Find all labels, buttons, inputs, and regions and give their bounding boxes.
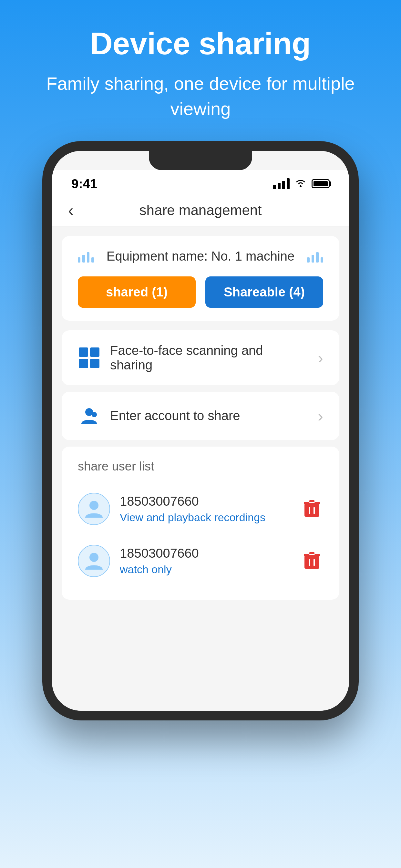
nav-title: share management <box>88 202 313 218</box>
shareable-tab-button[interactable]: Shareable (4) <box>205 276 323 308</box>
face-scan-chevron: › <box>318 348 323 367</box>
user-info-1: 18503007660 View and playback recordings <box>120 494 291 524</box>
svg-point-9 <box>89 553 98 562</box>
battery-icon <box>312 179 330 188</box>
signal-bar-3 <box>282 181 285 189</box>
user-permission-2: watch only <box>120 563 291 576</box>
delete-user-1-button[interactable] <box>301 498 323 520</box>
equipment-name-row: Equipment name: No. 1 machine <box>78 249 323 264</box>
signal-deco-right <box>307 250 323 262</box>
signal-bar-2 <box>278 183 281 189</box>
svg-point-3 <box>89 501 98 510</box>
signal-bar-4 <box>287 178 289 189</box>
trash-icon-2 <box>304 552 320 570</box>
status-icons <box>273 178 330 190</box>
content-area: Equipment name: No. 1 machine shared (1)… <box>52 226 349 711</box>
enter-account-card: Enter account to share › <box>62 392 339 440</box>
avatar-icon-2 <box>83 550 105 572</box>
svg-rect-11 <box>309 559 310 566</box>
svg-rect-8 <box>309 500 315 502</box>
delete-user-2-button[interactable] <box>301 550 323 572</box>
user-item-1: 18503007660 View and playback recordings <box>78 483 323 535</box>
svg-rect-10 <box>305 556 319 569</box>
page-title: Device sharing <box>90 26 311 61</box>
svg-rect-4 <box>305 504 319 517</box>
avatar-icon-1 <box>83 498 105 520</box>
page-subtitle: Family sharing, one device for multiple … <box>0 71 401 122</box>
equipment-name: Equipment name: No. 1 machine <box>100 249 301 264</box>
user-phone-1: 18503007660 <box>120 494 291 508</box>
face-scan-card: Face-to-face scanning and sharing › <box>62 330 339 385</box>
phone-notch <box>149 151 252 170</box>
svg-rect-12 <box>313 559 315 566</box>
user-info-2: 18503007660 watch only <box>120 546 291 576</box>
back-button[interactable]: ‹ <box>68 201 88 220</box>
nav-bar: ‹ share management <box>52 194 349 226</box>
user-item-2: 18503007660 watch only <box>78 535 323 587</box>
user-phone-2: 18503007660 <box>120 546 291 561</box>
face-scan-label: Face-to-face scanning and sharing <box>110 343 308 372</box>
shared-tab-button[interactable]: shared (1) <box>78 276 196 308</box>
svg-point-2 <box>92 412 97 417</box>
equipment-card: Equipment name: No. 1 machine shared (1)… <box>62 236 339 321</box>
svg-rect-5 <box>309 507 310 514</box>
enter-account-label: Enter account to share <box>110 408 308 423</box>
wifi-icon <box>295 178 306 190</box>
user-avatar-2 <box>78 545 110 577</box>
share-list-title: share user list <box>78 460 323 473</box>
enter-account-chevron: › <box>318 407 323 425</box>
qr-icon <box>78 346 100 369</box>
tab-buttons: shared (1) Shareable (4) <box>78 276 323 308</box>
page-header: Device sharing Family sharing, one devic… <box>0 0 401 141</box>
svg-rect-14 <box>309 552 315 554</box>
phone-screen: 9:41 <box>52 151 349 711</box>
signal-bar-1 <box>273 185 276 189</box>
phone-frame: 9:41 <box>42 141 359 720</box>
user-permission-1: View and playback recordings <box>120 511 291 524</box>
svg-point-0 <box>300 185 302 187</box>
status-bar: 9:41 <box>52 170 349 194</box>
battery-fill <box>313 181 328 186</box>
face-scan-action[interactable]: Face-to-face scanning and sharing › <box>78 330 323 385</box>
user-icon <box>78 405 100 427</box>
trash-icon-1 <box>304 500 320 518</box>
user-icon-svg <box>80 406 99 426</box>
svg-rect-6 <box>313 507 315 514</box>
share-list-card: share user list 18503007660 View and pla… <box>62 446 339 600</box>
signal-deco-left <box>78 250 94 262</box>
user-avatar-1 <box>78 493 110 525</box>
signal-icon <box>273 178 289 189</box>
status-time: 9:41 <box>71 177 97 191</box>
enter-account-action[interactable]: Enter account to share › <box>78 392 323 440</box>
